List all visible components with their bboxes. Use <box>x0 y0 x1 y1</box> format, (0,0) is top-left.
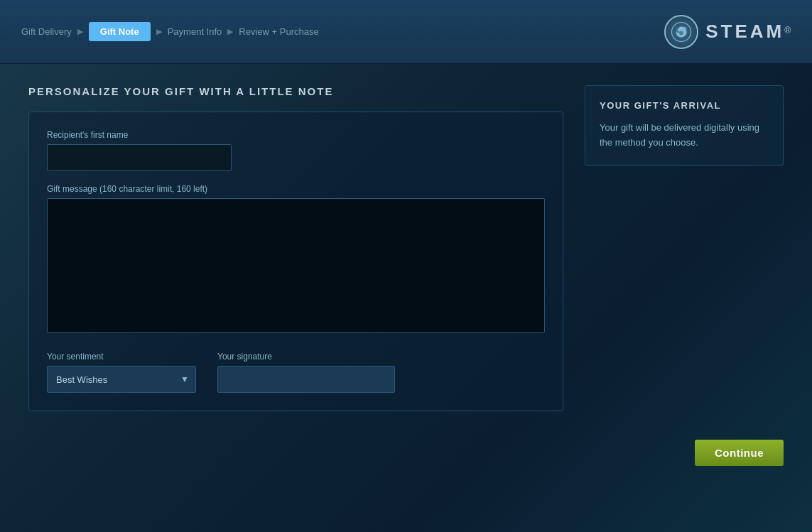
svg-point-3 <box>683 28 686 30</box>
row-fields: Your sentiment Best Wishes Happy Birthda… <box>47 352 545 393</box>
header: Gift Delivery ▶ Gift Note ▶ Payment Info… <box>0 0 812 64</box>
breadcrumb-step-gift-note[interactable]: Gift Note <box>89 22 151 41</box>
breadcrumb: Gift Delivery ▶ Gift Note ▶ Payment Info… <box>21 22 319 41</box>
gift-note-form: Recipient's first name Gift message (160… <box>28 112 563 411</box>
right-panel: YOUR GIFT'S ARRIVAL Your gift will be de… <box>585 85 784 411</box>
breadcrumb-step-payment-info[interactable]: Payment Info <box>168 26 222 37</box>
recipient-input[interactable] <box>47 144 232 171</box>
steam-logo-icon <box>664 15 698 49</box>
arrival-title: YOUR GIFT'S ARRIVAL <box>600 100 769 111</box>
recipient-label: Recipient's first name <box>47 130 545 140</box>
main-content: PERSONALIZE YOUR GIFT WITH A LITTLE NOTE… <box>0 64 812 433</box>
steam-wordmark: STEAM® <box>705 21 791 43</box>
steam-logo: STEAM® <box>664 15 791 49</box>
steam-text: STEAM <box>705 21 784 42</box>
message-label: Gift message (160 character limit, 160 l… <box>47 184 545 194</box>
breadcrumb-arrow-3: ▶ <box>227 27 233 36</box>
breadcrumb-arrow-1: ▶ <box>77 27 83 36</box>
signature-label: Your signature <box>217 352 395 362</box>
sentiment-select[interactable]: Best Wishes Happy Birthday Congratulatio… <box>47 366 196 393</box>
left-panel: PERSONALIZE YOUR GIFT WITH A LITTLE NOTE… <box>28 85 563 411</box>
recipient-field-group: Recipient's first name <box>47 130 545 171</box>
signature-field-group: Your signature <box>217 352 395 393</box>
arrival-box: YOUR GIFT'S ARRIVAL Your gift will be de… <box>585 85 784 165</box>
breadcrumb-step-review-purchase[interactable]: Review + Purchase <box>239 26 318 37</box>
sentiment-select-wrapper: Best Wishes Happy Birthday Congratulatio… <box>47 366 196 393</box>
message-field-group: Gift message (160 character limit, 160 l… <box>47 184 545 336</box>
continue-button[interactable]: Continue <box>695 440 784 466</box>
steam-registered: ® <box>784 26 791 36</box>
breadcrumb-arrow-2: ▶ <box>156 27 162 36</box>
message-textarea[interactable] <box>47 198 545 333</box>
arrival-text: Your gift will be delivered digitally us… <box>600 121 769 151</box>
signature-input[interactable] <box>217 366 395 393</box>
breadcrumb-step-gift-delivery[interactable]: Gift Delivery <box>21 26 72 37</box>
section-title: PERSONALIZE YOUR GIFT WITH A LITTLE NOTE <box>28 85 563 97</box>
sentiment-field-group: Your sentiment Best Wishes Happy Birthda… <box>47 352 196 393</box>
footer-area: Continue <box>0 433 812 473</box>
sentiment-label: Your sentiment <box>47 352 196 362</box>
